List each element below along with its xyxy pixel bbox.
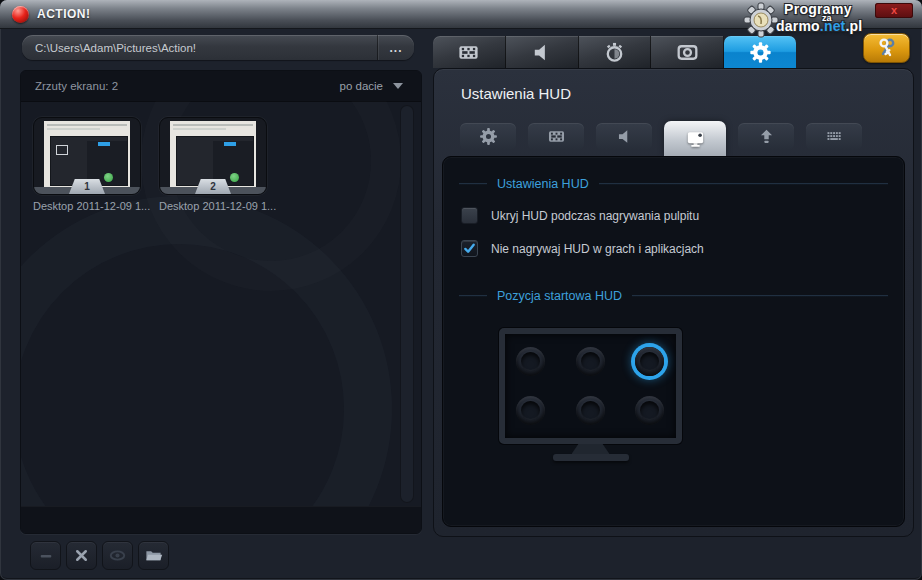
checkbox-label: Ukryj HUD podczas nagrywania pulpitu xyxy=(491,209,699,223)
sort-label: po dacie xyxy=(340,80,383,92)
section-header: Pozycja startowa HUD xyxy=(443,289,904,303)
hud-monitor-icon xyxy=(684,127,707,150)
hud-position-bottom-center[interactable] xyxy=(576,396,605,425)
tab-video[interactable] xyxy=(433,36,506,68)
tab-benchmark[interactable] xyxy=(579,36,652,68)
no-hud-in-games-row: Nie nagrywaj HUD w grach i aplikacjach xyxy=(461,240,904,257)
screenshots-panel: Zrzuty ekranu: 2 po dacie 1 xyxy=(20,70,422,534)
x-icon xyxy=(73,547,90,564)
hud-position-top-center[interactable] xyxy=(576,347,605,376)
thumbnail-1[interactable]: 1 Desktop 2011-12-09 1... xyxy=(33,117,139,212)
app-window: ACTION! x Programy za darmo.net.pl xyxy=(0,0,922,580)
screenshots-toolbar xyxy=(30,541,169,570)
screenshots-list: 1 Desktop 2011-12-09 1... 2 Desktop 2011… xyxy=(21,101,421,507)
speaker-icon xyxy=(615,127,634,146)
record-icon xyxy=(12,6,29,23)
thumbnail-caption: Desktop 2011-12-09 1... xyxy=(33,200,139,212)
upload-arrow-icon xyxy=(757,127,776,146)
monitor-base xyxy=(553,454,629,461)
section-header: Ustawienia HUD xyxy=(443,177,904,191)
stopwatch-icon xyxy=(603,41,626,64)
titlebar[interactable]: ACTION! xyxy=(0,0,922,29)
tab-audio[interactable] xyxy=(506,36,579,68)
thumbnail-2[interactable]: 2 Desktop 2011-12-09 1... xyxy=(159,117,265,212)
hide-hud-checkbox[interactable] xyxy=(461,207,478,224)
close-button[interactable]: x xyxy=(875,3,913,18)
gear-icon xyxy=(749,41,772,64)
monitor-screen xyxy=(499,328,682,444)
subtab-hotkeys[interactable] xyxy=(806,123,862,150)
screenshots-count: Zrzuty ekranu: 2 xyxy=(21,80,340,92)
screenshots-header: Zrzuty ekranu: 2 po dacie xyxy=(21,71,421,102)
sort-dropdown[interactable]: po dacie xyxy=(340,80,421,92)
subtab-hud[interactable] xyxy=(664,121,726,156)
hud-position-monitor xyxy=(499,328,682,461)
no-hud-in-games-checkbox[interactable] xyxy=(461,240,478,257)
thumbnail-image xyxy=(170,121,256,187)
hud-position-top-right[interactable] xyxy=(635,347,664,376)
hud-position-bottom-right[interactable] xyxy=(635,396,664,425)
delete-button[interactable] xyxy=(66,541,97,570)
list-footer xyxy=(21,506,421,533)
thumbnail-frame: 2 xyxy=(159,117,267,195)
settings-subtabs xyxy=(460,121,862,161)
film-icon xyxy=(547,127,566,146)
checkbox-label: Nie nagrywaj HUD w grach i aplikacjach xyxy=(491,242,704,256)
scrollbar[interactable] xyxy=(400,105,414,503)
hud-settings-body: Ustawienia HUD Ukryj HUD podczas nagrywa… xyxy=(442,156,905,527)
open-folder-button[interactable] xyxy=(138,541,169,570)
remove-button[interactable] xyxy=(30,541,61,570)
tab-screenshots[interactable] xyxy=(651,36,724,68)
panel-title: Ustawienia HUD xyxy=(461,85,571,102)
tab-settings[interactable] xyxy=(724,36,796,68)
path-value: C:\Users\Adam\Pictures\Action! xyxy=(22,42,377,54)
speaker-icon xyxy=(530,41,553,64)
window-title: ACTION! xyxy=(37,7,91,21)
license-key-button[interactable] xyxy=(863,33,910,63)
subtab-audio[interactable] xyxy=(596,123,652,150)
section-title: Ustawienia HUD xyxy=(497,177,589,191)
gear-icon xyxy=(479,127,498,146)
hud-position-top-left[interactable] xyxy=(516,347,545,376)
minus-icon xyxy=(37,547,55,565)
hud-position-bottom-left[interactable] xyxy=(516,396,545,425)
thumbnail-number-badge: 1 xyxy=(69,179,105,194)
camera-icon xyxy=(676,41,699,64)
subtab-general[interactable] xyxy=(460,123,516,150)
keyboard-icon xyxy=(824,126,845,147)
folder-icon xyxy=(144,546,163,565)
thumbnail-frame: 1 xyxy=(33,117,141,195)
chevron-down-icon xyxy=(393,83,403,89)
section-title: Pozycja startowa HUD xyxy=(497,289,622,303)
check-icon xyxy=(463,242,476,255)
film-icon xyxy=(457,41,480,64)
thumbnail-number-badge: 2 xyxy=(195,179,231,194)
subtab-export[interactable] xyxy=(738,123,794,150)
settings-panel: Ustawienia HUD Ustaw xyxy=(433,68,914,537)
preview-button[interactable] xyxy=(102,541,133,570)
subtab-video[interactable] xyxy=(528,123,584,150)
monitor-stand xyxy=(572,444,610,454)
thumbnail-caption: Desktop 2011-12-09 1... xyxy=(159,200,265,212)
hide-hud-row: Ukryj HUD podczas nagrywania pulpitu xyxy=(461,207,904,224)
browse-button[interactable]: ... xyxy=(377,35,414,60)
eye-icon xyxy=(108,546,127,565)
main-tabs xyxy=(433,36,796,68)
keys-icon xyxy=(875,37,899,59)
output-path-field[interactable]: C:\Users\Adam\Pictures\Action! ... xyxy=(22,35,414,60)
thumbnail-image xyxy=(44,121,130,187)
